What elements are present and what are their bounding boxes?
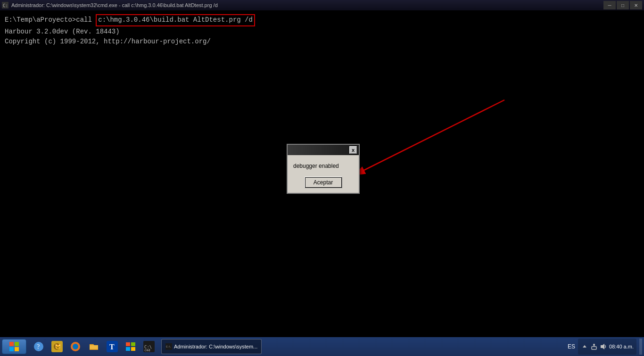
svg-rect-7: [15, 347, 19, 351]
minimize-button[interactable]: ─: [603, 1, 616, 9]
svg-rect-6: [9, 347, 14, 351]
show-desktop-button[interactable]: [639, 339, 642, 355]
dialog-body: debugger enabled Aceptar: [288, 155, 359, 193]
taskbar-icon-folder[interactable]: [85, 339, 102, 355]
svg-text:C:\: C:\: [166, 345, 170, 348]
app2-icon: 😺: [51, 341, 63, 352]
dialog-close-button[interactable]: x: [349, 146, 357, 154]
taskbar-icon-help[interactable]: ?: [30, 339, 47, 355]
svg-text:cmd: cmd: [144, 348, 150, 352]
cmd-taskbar-icon: C:\ cmd: [143, 341, 155, 352]
windows-icon: [125, 341, 136, 352]
taskbar-icon-tlogo[interactable]: T: [104, 339, 121, 355]
svg-text:?: ?: [37, 343, 40, 350]
title-bar-left: C:\ Administrador: C:\windows\system32\c…: [2, 2, 218, 8]
tray-network-icon[interactable]: [590, 343, 598, 350]
svg-rect-5: [15, 342, 19, 346]
svg-rect-20: [131, 347, 135, 351]
svg-marker-30: [601, 344, 604, 349]
system-clock: 08:40 a.m.: [609, 343, 634, 350]
svg-line-3: [354, 100, 504, 175]
terminal-line-3: Copyright (c) 1999-2012, http://harbour-…: [5, 37, 639, 47]
svg-rect-19: [126, 347, 130, 351]
svg-rect-27: [592, 347, 596, 349]
dialog-title-bar: x: [288, 145, 359, 155]
system-tray: 08:40 a.m.: [578, 339, 636, 355]
taskbar-icon-windows[interactable]: [122, 339, 139, 355]
terminal-line-1: E:\Temp\aProyecto>call c:\hmg.3.0.46\bui…: [5, 14, 639, 26]
terminal-line-2: Harbour 3.2.0dev (Rev. 18443): [5, 27, 639, 37]
cmd-icon-svg: C:\: [2, 2, 8, 8]
maximize-button[interactable]: □: [617, 1, 629, 9]
taskbar-icon-firefox[interactable]: [67, 339, 84, 355]
svg-marker-26: [583, 345, 586, 348]
dialog-button-area: Aceptar: [293, 177, 353, 188]
title-bar: C:\ Administrador: C:\windows\system32\c…: [0, 0, 644, 10]
svg-text:😺: 😺: [55, 343, 61, 350]
volume-icon: [600, 343, 607, 350]
dialog-ok-button[interactable]: Aceptar: [305, 177, 342, 188]
tray-expand-icon: [582, 344, 587, 349]
title-bar-controls: ─ □ ✕: [603, 1, 642, 9]
help-icon: ?: [33, 341, 44, 352]
close-button[interactable]: ✕: [630, 1, 642, 9]
dialog-message: debugger enabled: [293, 163, 353, 169]
svg-rect-18: [131, 342, 135, 346]
language-indicator: ES: [568, 343, 575, 350]
clock-time: 08:40 a.m.: [609, 343, 634, 350]
cmd-prefix: E:\Temp\aProyecto>call: [5, 16, 96, 24]
taskbar: ? 😺: [0, 337, 644, 356]
svg-point-14: [73, 344, 78, 349]
tray-volume-icon[interactable]: [600, 343, 607, 350]
network-icon: [590, 343, 598, 350]
windows-logo-icon: [8, 341, 20, 352]
folder-icon: [88, 341, 99, 352]
taskbar-icon-cmd[interactable]: C:\ cmd: [140, 339, 157, 355]
taskbar-icon-app2[interactable]: 😺: [49, 339, 66, 355]
active-window-icon: C:\: [165, 343, 172, 350]
svg-rect-17: [126, 342, 130, 346]
svg-text:T: T: [109, 343, 115, 351]
firefox-icon: [70, 341, 81, 352]
taskbar-active-window[interactable]: C:\ Administrador: C:\windows\system...: [161, 339, 262, 354]
cmd-highlighted-command: c:\hmg.3.0.46\build.bat AltDtest.prg /d: [96, 14, 255, 26]
tray-up-arrow-icon[interactable]: [581, 343, 588, 350]
dialog-box: x debugger enabled Aceptar: [287, 144, 360, 194]
taskbar-pinned-icons: ? 😺: [30, 339, 157, 355]
active-window-label: Administrador: C:\windows\system...: [174, 344, 257, 349]
title-bar-text: Administrador: C:\windows\system32\cmd.e…: [11, 2, 218, 8]
start-button[interactable]: [2, 339, 26, 354]
tlogo-icon: T: [107, 341, 118, 352]
svg-point-29: [593, 344, 595, 346]
svg-text:C:\: C:\: [3, 3, 8, 8]
svg-rect-4: [9, 342, 14, 346]
cmd-icon: C:\: [2, 2, 8, 8]
taskbar-right: ES 08:40 a.: [568, 339, 642, 355]
